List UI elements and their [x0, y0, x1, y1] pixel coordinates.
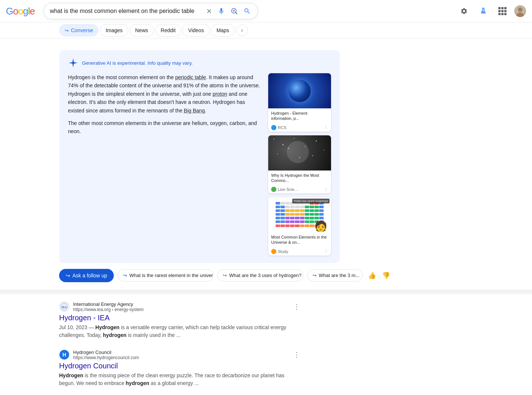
favicon-text-hc: H [62, 352, 66, 358]
ai-sparkle-icon [68, 58, 78, 68]
lens-icon [230, 7, 238, 15]
result-source-info-iea: International Energy Agency https://www.… [73, 301, 290, 312]
ai-image-card-3[interactable]: 🧑 That's too much suspense Most Common E… [268, 197, 331, 256]
source-name-1: RCS [278, 125, 286, 130]
thumbs-down-button[interactable]: 👎 [381, 270, 392, 281]
proton-link[interactable]: proton [212, 91, 227, 97]
gear-icon [460, 7, 468, 15]
image-menu-3[interactable]: ⋮ [324, 249, 328, 254]
result-title-hc[interactable]: Hydrogen Council [59, 362, 300, 370]
ai-label: Generative AI is experimental. Info qual… [82, 60, 192, 66]
tab-converse[interactable]: ↪ Converse [59, 24, 99, 37]
followup-actions: 👍 👎 [366, 270, 392, 281]
ai-quality-text: Info quality may vary. [147, 60, 192, 66]
followup-chip-2[interactable]: ↪ What are the 3 uses of hydrogen? [217, 269, 303, 281]
svg-point-3 [518, 7, 522, 12]
result-snippet-hc: Hydrogen is the missing piece of the cle… [59, 372, 300, 387]
header: Google [0, 0, 532, 23]
microphone-icon [218, 7, 225, 15]
result-menu-hc[interactable]: ⋮ [293, 351, 300, 359]
chip-label-3: What are the 3 m... [319, 273, 360, 278]
followup-chip-1[interactable]: ↪ What is the rarest element in the univ… [117, 269, 214, 281]
svg-text:IEA: IEA [62, 305, 67, 309]
result-site-name-hc: Hydrogen Council [73, 350, 290, 355]
svg-point-7 [294, 138, 294, 139]
google-logo: Google [6, 6, 35, 17]
chip-label-1: What is the rarest element in the univer… [129, 273, 214, 278]
tab-news[interactable]: News [130, 24, 154, 37]
tab-images[interactable]: Images [100, 24, 128, 37]
result-url-hc: https://www.hydrogencouncil.com [73, 355, 290, 360]
ai-image-card-1[interactable]: Hydrogen - Element information, p... RCS… [268, 73, 331, 132]
result-source-info-hc: Hydrogen Council https://www.hydrogencou… [73, 350, 290, 360]
ai-image-thumb-1 [268, 73, 331, 108]
nav-tabs: ↪ Converse Images News Reddit Videos Map… [0, 23, 532, 38]
search-button[interactable] [243, 7, 252, 16]
header-right [457, 4, 526, 18]
ai-paragraph-1: Hydrogen is the most common element on t… [68, 73, 261, 115]
svg-point-15 [287, 141, 309, 163]
grid-icon [498, 7, 507, 15]
converse-tab-label: Converse [71, 27, 93, 33]
lens-button[interactable] [229, 6, 239, 16]
atom-visual [289, 80, 311, 102]
settings-button[interactable] [457, 4, 471, 18]
followup-btn-label: Ask a follow up [72, 273, 107, 278]
clear-button[interactable] [205, 7, 213, 15]
main-content: Generative AI is experimental. Info qual… [0, 38, 532, 395]
ai-images: Hydrogen - Element information, p... RCS… [268, 73, 331, 256]
ai-image-title-1: Hydrogen - Element information, p... [268, 108, 331, 124]
result-title-iea[interactable]: Hydrogen - IEA [59, 314, 300, 322]
space-thumbnail [268, 135, 331, 171]
followup-bar: ↪ Ask a follow up ↪ What is the rarest e… [59, 269, 392, 282]
image-menu-2[interactable]: ⋮ [324, 187, 328, 192]
ai-image-source-2: Live Scie... ⋮ [268, 185, 331, 193]
favicon-hc: H [59, 350, 69, 360]
followup-chip-3[interactable]: ↪ What are the 3 m... [307, 269, 363, 281]
big-bang-link[interactable]: Big Bang [184, 108, 205, 114]
labs-button[interactable] [476, 4, 491, 18]
periodic-thumbnail: 🧑 That's too much suspense [268, 197, 331, 232]
clear-icon [206, 8, 212, 14]
tab-maps[interactable]: Maps [211, 24, 235, 37]
images-tab-label: Images [106, 27, 123, 33]
result-menu-iea[interactable]: ⋮ [293, 303, 300, 311]
hydrogen-thumbnail [268, 73, 331, 108]
followup-arrow-icon: ↪ [66, 273, 70, 278]
svg-point-11 [277, 153, 278, 154]
ai-image-card-2[interactable]: Why Is Hydrogen the Most Commo... Live S… [268, 135, 331, 194]
tab-reddit[interactable]: Reddit [155, 24, 181, 37]
converse-tab-icon: ↪ [65, 28, 69, 33]
search-input[interactable] [50, 8, 202, 14]
user-avatar [514, 5, 526, 17]
apps-button[interactable] [495, 4, 510, 18]
svg-point-10 [323, 150, 324, 151]
avatar[interactable] [514, 5, 526, 17]
favicon-iea: IEA [59, 301, 69, 312]
tab-videos[interactable]: Videos [183, 24, 209, 37]
search-bar [44, 3, 258, 19]
result-source-hc: H Hydrogen Council https://www.hydrogenc… [59, 350, 300, 360]
periodic-table-link[interactable]: periodic table [175, 74, 206, 80]
periodic-label: That's too much suspense [292, 199, 330, 203]
ai-text-content: Hydrogen is the most common element on t… [68, 73, 261, 256]
chip-label-2: What are the 3 uses of hydrogen? [229, 273, 301, 278]
image-menu-1[interactable]: ⋮ [324, 125, 328, 130]
thumbs-up-button[interactable]: 👍 [366, 270, 378, 281]
voice-search-button[interactable] [217, 7, 226, 16]
ai-header: Generative AI is experimental. Info qual… [68, 58, 331, 68]
more-tabs-button[interactable]: › [236, 24, 248, 36]
space-stars [268, 135, 331, 171]
flask-icon [480, 7, 487, 15]
chip-arrow-icon-3: ↪ [313, 273, 317, 278]
search-icon [243, 7, 251, 15]
ai-body: Hydrogen is the most common element on t… [68, 73, 331, 256]
reddit-tab-label: Reddit [161, 27, 175, 33]
section-divider [0, 290, 532, 294]
chip-arrow-icon-2: ↪ [223, 273, 227, 278]
result-source-iea: IEA International Energy Agency https://… [59, 301, 300, 312]
ai-image-thumb-2 [268, 135, 331, 171]
ask-followup-button[interactable]: ↪ Ask a follow up [59, 269, 114, 282]
result-snippet-iea: Jul 10, 2023 — Hydrogen is a versatile e… [59, 324, 300, 339]
svg-point-9 [316, 140, 317, 141]
